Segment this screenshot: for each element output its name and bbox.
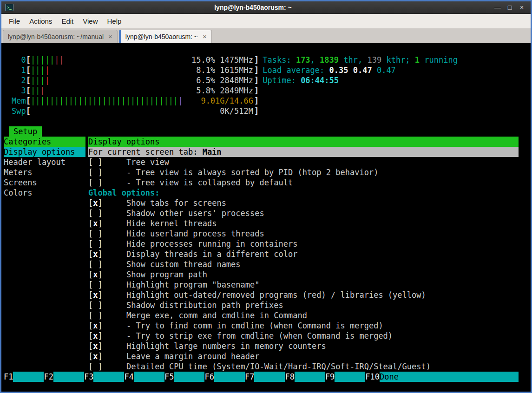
option-highlight-program-basename[interactable]: [ ] Highlight program "basename" [88, 280, 519, 290]
tab-lynp-lyn-b450aorusm-manual[interactable]: lynp@lyn-b450aorusm: ~/manual× [3, 30, 118, 43]
checkbox-unchecked[interactable]: [ ] [88, 311, 103, 320]
option-tree-view-is-collapsed-by-default[interactable]: [ ] - Tree view is collapsed by default [88, 177, 519, 188]
meter-bar-segments: |||| [31, 65, 50, 75]
menu-actions[interactable]: Actions [25, 15, 57, 27]
category-screens[interactable]: Screens [4, 177, 85, 188]
option-tree-view-is-always-sorted-by-pid-htop-2-behavior[interactable]: [ ] - Tree view is always sorted by PID … [88, 167, 519, 177]
option-label: Highlight large numbers in memory counte… [126, 341, 326, 351]
checkbox-checked[interactable]: [x] [88, 331, 103, 341]
checkbox-unchecked[interactable]: [ ] [88, 209, 103, 218]
option-highlight-out-dated-removed-programs-red-libraries-yellow[interactable]: [x] Highlight out-dated/removed programs… [88, 290, 519, 300]
category-display-options[interactable]: Display options [4, 147, 85, 157]
tab-close-icon[interactable]: × [203, 33, 207, 40]
fkey-f3[interactable]: F3 [84, 372, 124, 382]
checkbox-unchecked[interactable]: [ ] [88, 168, 103, 177]
close-button[interactable]: × [517, 2, 527, 13]
fkey-action-label [214, 372, 245, 382]
fkey-f6[interactable]: F6 [204, 372, 244, 382]
option-label: - Try to strip exe from cmdline (when Co… [126, 331, 393, 341]
option-hide-userland-process-threads[interactable]: [ ] Hide userland process threads [88, 229, 519, 239]
fkey-f5[interactable]: F5 [164, 372, 204, 382]
categories-header: Categories [4, 137, 85, 147]
option-highlight-large-numbers-in-memory-counters[interactable]: [x] Highlight large numbers in memory co… [88, 341, 519, 351]
option-leave-a-margin-around-header[interactable]: [x] Leave a margin around header [88, 351, 519, 361]
meter-label: 1 [12, 65, 26, 75]
meter-bar-segments: ||| [31, 85, 45, 96]
menu-file[interactable]: File [4, 15, 25, 27]
option-display-threads-in-a-different-color[interactable]: [x] Display threads in a different color [88, 249, 519, 259]
checkbox-unchecked[interactable]: [ ] [88, 157, 103, 167]
meter-close-bracket: ] [254, 86, 259, 95]
terminal-screen[interactable]: 0[|||||||15.0% 1475MHz]1[||||8.1% 1615MH… [1, 43, 531, 392]
checkbox-unchecked[interactable]: [ ] [88, 239, 103, 249]
checkbox-mark [93, 311, 98, 320]
menu-view[interactable]: View [78, 15, 102, 27]
checkbox-mark: x [93, 331, 98, 341]
fkey-f7[interactable]: F7 [245, 372, 285, 382]
categories-panel: CategoriesDisplay optionsHeader layoutMe… [4, 137, 85, 198]
checkbox-unchecked[interactable]: [ ] [88, 260, 103, 269]
fkey-number: F8 [285, 372, 294, 382]
checkbox-checked[interactable]: [x] [88, 290, 103, 300]
checkbox-checked[interactable]: [x] [88, 249, 103, 259]
option-shadow-other-users-processes[interactable]: [ ] Shadow other users' processes [88, 208, 519, 218]
maximize-button[interactable]: □ [505, 2, 515, 13]
checkbox-checked[interactable]: [x] [88, 270, 103, 279]
checkbox-checked[interactable]: [x] [88, 321, 103, 330]
fkey-f4[interactable]: F4 [124, 372, 164, 382]
checkbox-mark [93, 178, 98, 187]
menu-edit[interactable]: Edit [57, 15, 78, 27]
option-shadow-distribution-path-prefixes[interactable]: [ ] Shadow distribution path prefixes [88, 300, 519, 310]
option-hide-processes-running-in-containers[interactable]: [ ] Hide processes running in containers [88, 239, 519, 249]
option-detailed-cpu-time-system-io-wait-hard-irq-soft-irq-steal-guest[interactable]: [ ] Detailed CPU time (System/IO-Wait/Ha… [88, 361, 519, 372]
option-try-to-strip-exe-from-cmdline-when-command-is-merged[interactable]: [x] - Try to strip exe from cmdline (whe… [88, 331, 519, 341]
minimize-button[interactable]: — [493, 2, 503, 13]
meter-bar: ||||6.5% 2848MHz [31, 75, 254, 85]
checkbox-checked[interactable]: [x] [88, 341, 103, 351]
fkey-f1[interactable]: F1 [4, 372, 44, 382]
cpu-0-meter: 0[|||||||15.0% 1475MHz] [12, 55, 259, 65]
category-header-layout[interactable]: Header layout [4, 157, 85, 167]
checkbox-unchecked[interactable]: [ ] [88, 362, 103, 371]
tab-lynp-lyn-b450aorusm[interactable]: lynp@lyn-b450aorusm: ~× [119, 30, 212, 43]
category-meters[interactable]: Meters [4, 167, 85, 177]
fkey-f10[interactable]: F10Done [365, 372, 519, 382]
checkbox-unchecked[interactable]: [ ] [88, 301, 103, 310]
option-try-to-find-comm-in-cmdline-when-command-is-merged[interactable]: [x] - Try to find comm in cmdline (when … [88, 321, 519, 331]
titlebar[interactable]: >_ lynp@lyn-b450aorusm: ~ — □ × [1, 1, 531, 14]
checkbox-checked[interactable]: [x] [88, 352, 103, 361]
meter-bar: |||||||15.0% 1475MHz [31, 55, 254, 65]
option-tree-view[interactable]: [ ] Tree view [88, 157, 519, 167]
tab-close-icon[interactable]: × [108, 33, 112, 40]
meter-label: 0 [12, 55, 26, 65]
fkey-f8[interactable]: F8 [285, 372, 325, 382]
terminal-icon-glyph: >_ [7, 6, 12, 10]
fkey-f9[interactable]: F9 [325, 372, 365, 382]
checkbox-unchecked[interactable]: [ ] [88, 229, 103, 238]
cpu-2-meter: 2[||||6.5% 2848MHz] [12, 75, 259, 85]
options-header: Display options [88, 137, 519, 147]
checkbox-unchecked[interactable]: [ ] [88, 280, 103, 289]
checkbox-mark: x [93, 352, 98, 361]
checkbox-mark [93, 301, 98, 310]
option-label: Detailed CPU time (System/IO-Wait/Hard-I… [126, 362, 431, 371]
checkbox-checked[interactable]: [x] [88, 219, 103, 228]
option-show-custom-thread-names[interactable]: [ ] Show custom thread names [88, 259, 519, 269]
meter-bar-segments: ||||||| [31, 55, 64, 65]
checkbox-unchecked[interactable]: [ ] [88, 178, 103, 187]
option-label: Leave a margin around header [126, 352, 260, 361]
option-label: Tree view [126, 157, 169, 167]
option-merge-exe-comm-and-cmdline-in-command[interactable]: [ ] Merge exe, comm and cmdline in Comma… [88, 310, 519, 321]
category-colors[interactable]: Colors [4, 188, 85, 198]
meter-bar: 0K/512M [31, 106, 254, 116]
option-show-tabs-for-screens[interactable]: [x] Show tabs for screens [88, 198, 519, 208]
checkbox-checked[interactable]: [x] [88, 198, 103, 208]
option-show-program-path[interactable]: [x] Show program path [88, 269, 519, 280]
fkey-f2[interactable]: F2 [44, 372, 84, 382]
option-hide-kernel-threads[interactable]: [x] Hide kernel threads [88, 218, 519, 229]
meter-open-bracket: [ [26, 66, 31, 75]
menu-help[interactable]: Help [102, 15, 126, 27]
meter-value: 5.8% 2849MHz [196, 85, 253, 96]
option-label: Shadow other users' processes [126, 209, 264, 218]
fkey-action-label [335, 372, 365, 382]
